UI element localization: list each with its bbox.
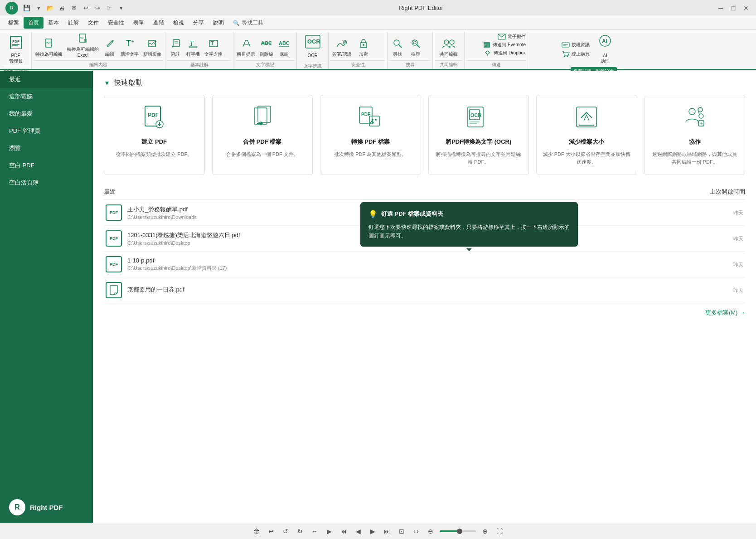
tb-trash[interactable]: 🗑 xyxy=(251,526,262,537)
ribbon-btn-dropbox[interactable]: 傳送到 Dropbox xyxy=(484,49,526,57)
recent-file-4[interactable]: 京都要用的一日券.pdf 昨天 xyxy=(104,277,745,303)
card-merge-pdf[interactable]: 合併 PDF 檔案 合併多個檔案為一個 PDF 文件。 xyxy=(212,95,313,175)
ribbon-btn-strikeout[interactable]: ABC 刪除線 xyxy=(258,38,275,58)
qa-custom[interactable]: ▾ xyxy=(116,3,126,13)
menu-document[interactable]: 文件 xyxy=(83,17,103,29)
find-icon xyxy=(393,39,402,51)
qa-undo[interactable]: ↩ xyxy=(81,3,91,13)
menu-view[interactable]: 檢視 xyxy=(169,17,189,29)
ribbon-btn-annotate[interactable]: 附註 xyxy=(167,38,184,58)
ribbon-btn-underline[interactable]: ABC 底線 xyxy=(276,38,292,58)
ribbon-btn-ai[interactable]: AI AI助理 xyxy=(593,33,617,66)
qa-send[interactable]: ✉ xyxy=(69,3,79,13)
ribbon-btn-add-image[interactable]: + 新增影像 xyxy=(141,38,163,58)
menu-file[interactable]: 檔案 xyxy=(4,17,24,29)
ribbon-group-label-markup: 文字標記 xyxy=(235,60,295,69)
tb-rotate-ccw[interactable]: ↺ xyxy=(280,526,291,537)
menu-annotate[interactable]: 註解 xyxy=(63,17,83,29)
file-time-3: 昨天 xyxy=(733,261,743,268)
menu-home[interactable]: 首頁 xyxy=(24,17,44,29)
ribbon-group-label-ocr: 文字辨識 xyxy=(299,62,326,70)
more-files-link[interactable]: 更多檔案(M) → xyxy=(104,303,745,322)
tb-rotate-cw[interactable]: ↻ xyxy=(295,526,305,537)
menu-security[interactable]: 安全性 xyxy=(103,17,129,29)
tb-fit-width[interactable]: ↔ xyxy=(309,526,320,537)
menu-share[interactable]: 分享 xyxy=(189,17,208,29)
card-ocr-pdf[interactable]: OCR 將PDF轉換為文字 (OCR) 將掃描檔轉換為可搜尋的文字並輕鬆編輯 P… xyxy=(428,95,529,175)
card-collaborate[interactable]: 協作 透過網際網路或區域網路，與其他成員共同編輯一份 PDF。 xyxy=(645,95,746,175)
convert-editable-icon: PDF xyxy=(44,39,53,51)
svg-rect-67 xyxy=(577,107,596,127)
minimize-button[interactable]: ─ xyxy=(716,4,725,13)
ribbon-btn-edit[interactable]: 編輯 xyxy=(102,38,118,58)
ribbon-group-ocr: OCR OCR 文字辨識 xyxy=(297,32,329,69)
tb-extract[interactable]: ↩ xyxy=(266,526,276,537)
tb-zoom-out[interactable]: ⊖ xyxy=(425,526,436,537)
tb-zoom-in[interactable]: ⊕ xyxy=(480,526,490,537)
ribbon-btn-convert-editable[interactable]: PDF 轉換為可編輯 xyxy=(34,38,64,58)
ribbon-btn-ocr[interactable]: OCR OCR xyxy=(301,33,325,60)
qa-save[interactable]: 💾 xyxy=(22,3,32,13)
collab-label: 共同編輯 xyxy=(440,51,458,58)
sidebar-item-blank-pdf[interactable]: 空白 PDF xyxy=(0,157,93,174)
svg-point-44 xyxy=(564,56,566,57)
tb-first[interactable]: ⏮ xyxy=(338,526,349,537)
sidebar-item-this-pc[interactable]: 這部電腦 xyxy=(0,88,93,105)
card-create-pdf[interactable]: PDF 建立 PDF 從不同的檔案類型批次建立 PDF。 xyxy=(104,95,205,175)
tb-play[interactable]: ▶ xyxy=(324,526,334,537)
card-reduce-size[interactable]: 減少檔案大小 減少 PDF 大小以節省儲存空間並加快傳送速度。 xyxy=(536,95,637,175)
ribbon-btn-license[interactable]: 授權資訊 xyxy=(561,41,591,49)
qa-redo[interactable]: ↪ xyxy=(92,3,102,13)
close-button[interactable]: ✕ xyxy=(741,4,751,13)
ribbon-group-search: 尋找 搜尋 搜尋 xyxy=(388,32,433,69)
ribbon-btn-find[interactable]: 尋找 xyxy=(389,38,406,58)
sidebar-item-blank-binder[interactable]: 空白活頁簿 xyxy=(0,174,93,191)
ribbon-btn-textbox[interactable]: T 文字方塊 xyxy=(203,38,224,58)
qa-dropdown[interactable]: ▾ xyxy=(34,3,44,13)
card-convert-pdf[interactable]: PDF 轉換 PDF 檔案 批次轉換 PDF 為其他檔案類型。 xyxy=(320,95,421,175)
ribbon-group-label-security: 安全性 xyxy=(330,60,385,69)
qa-print[interactable]: 🖨 xyxy=(57,3,67,13)
textbox-label: 文字方塊 xyxy=(204,51,223,58)
find-label: 尋找 xyxy=(393,51,402,58)
qa-open[interactable]: 📂 xyxy=(45,3,55,13)
ribbon-btn-email[interactable]: 電子郵件 xyxy=(498,33,526,41)
ribbon-btn-convert-excel[interactable]: PDF 轉換為可編輯的Excel xyxy=(65,33,101,58)
ribbon-btn-collab[interactable]: 共同編輯 xyxy=(438,38,460,58)
tb-last[interactable]: ⏭ xyxy=(382,526,393,537)
qa-cursor[interactable]: ☞ xyxy=(104,3,114,13)
menu-form[interactable]: 表單 xyxy=(129,17,149,29)
sidebar-item-browse[interactable]: 瀏覽 xyxy=(0,140,93,157)
sidebar-item-favorites[interactable]: 我的最愛 xyxy=(0,105,93,122)
ribbon-btn-buy[interactable]: 線上購買 xyxy=(561,50,591,58)
tb-expand[interactable]: ⇔ xyxy=(411,526,422,537)
menu-search-area[interactable]: 🔍 尋找工具 xyxy=(228,18,268,28)
textbox-icon: T xyxy=(208,39,218,51)
menu-advanced[interactable]: 進階 xyxy=(149,17,169,29)
tb-prev[interactable]: ◀ xyxy=(353,526,363,537)
ribbon-btn-typewriter[interactable]: T 打字機 xyxy=(184,38,202,58)
ribbon-btn-sign[interactable]: 簽署/認證 xyxy=(330,38,354,58)
svg-line-32 xyxy=(398,44,402,48)
trial-badge[interactable]: 免費試用 - 剩餘13天 xyxy=(571,67,617,71)
search-icon: 🔍 xyxy=(233,20,240,26)
recent-file-3[interactable]: PDF 1-10-p.pdf C:\Users\suzukihiro\Deskt… xyxy=(104,252,745,277)
tb-fullscreen[interactable]: ⛶ xyxy=(494,526,505,537)
pin-tooltip: 💡 釘選 PDF 檔案或資料夾 釘選您下次要快速尋找的檔案或資料夾，只要將游標移… xyxy=(360,202,578,247)
sidebar-item-recent[interactable]: 最近 xyxy=(0,71,93,88)
menu-help[interactable]: 說明 xyxy=(208,17,228,29)
ribbon-btn-add-text[interactable]: T+ 新增文字 xyxy=(119,38,141,58)
tb-fit-page[interactable]: ⊡ xyxy=(396,526,407,537)
sidebar-item-pdf-manager[interactable]: PDF 管理員 xyxy=(0,122,93,140)
zoom-slider[interactable] xyxy=(440,530,476,532)
ribbon-btn-evernote[interactable]: E 傳送到 Evernote xyxy=(483,41,526,49)
menu-basic[interactable]: 基本 xyxy=(44,17,63,29)
tb-next[interactable]: ▶ xyxy=(367,526,378,537)
ribbon-btn-pdf-manager[interactable]: PDF PDF管理員 xyxy=(5,33,27,66)
svg-text:AI: AI xyxy=(602,38,607,44)
collapse-quick-launch-btn[interactable]: ▼ xyxy=(104,79,110,87)
ribbon-btn-encrypt[interactable]: 加密 xyxy=(355,38,372,58)
maximize-button[interactable]: □ xyxy=(729,4,738,13)
ribbon-btn-search-adv[interactable]: 搜尋 xyxy=(407,38,424,58)
ribbon-btn-highlight[interactable]: 醒目提示 xyxy=(235,38,257,58)
